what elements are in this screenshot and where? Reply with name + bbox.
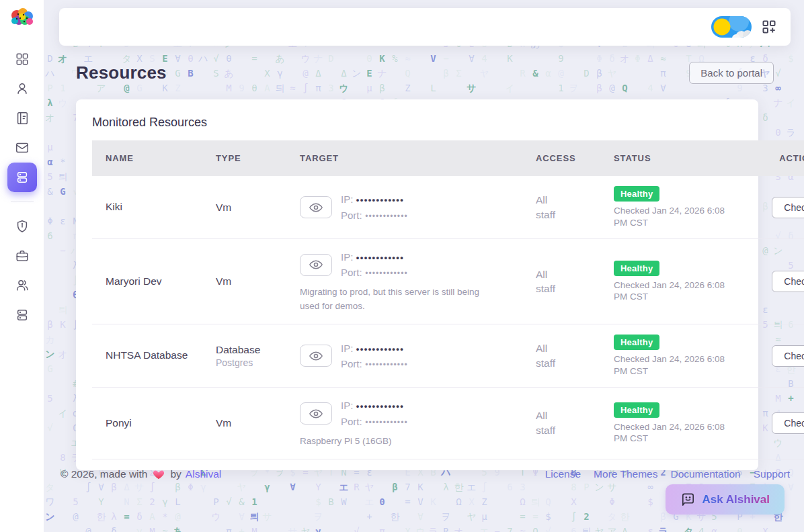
brain-logo-image — [8, 7, 36, 30]
port-masked-value: •••••••••••• — [365, 418, 408, 427]
table-body: Kiki Vm IP: •••••••••••• Port: •••••••••… — [92, 176, 804, 459]
check-button[interactable]: Check — [772, 345, 804, 367]
sidebar-item-resources[interactable] — [7, 163, 37, 192]
table-row: Maryori Dev Vm IP: •••••••••••• Port: ••… — [92, 239, 804, 324]
resource-name: Maryori Dev — [106, 275, 202, 289]
resource-note: Raspberry Pi 5 (16GB) — [300, 435, 501, 449]
resource-type: Database — [216, 344, 286, 356]
sidebar-item-dashboard[interactable] — [7, 44, 37, 74]
copyright-by: by — [170, 468, 181, 480]
sidebar-item-security[interactable] — [7, 212, 37, 241]
port-masked-value: •••••••••••• — [365, 212, 408, 221]
sidebar-item-contacts[interactable] — [7, 103, 37, 133]
footer-link-more-themes[interactable]: More Themes — [594, 468, 657, 480]
eye-icon — [309, 259, 323, 271]
ip-label: IP: — [341, 343, 353, 354]
dashboard-grid-icon — [15, 52, 30, 66]
resource-note: Migrating to prod, but this server is st… — [300, 285, 501, 314]
status-checked-time: Checked Jan 24, 2026 6:08 PM CST — [614, 279, 729, 303]
shield-icon — [15, 219, 30, 234]
copyright-text: © 2026, made with — [61, 468, 147, 480]
status-badge: Healthy — [614, 186, 659, 202]
theme-toggle[interactable] — [711, 16, 752, 38]
port-masked-value: •••••••••••• — [365, 269, 408, 278]
sidebar-item-mail[interactable] — [7, 133, 37, 163]
eye-icon — [309, 350, 323, 362]
table-header-row: NAME TYPE TARGET ACCESS STATUS ACTIONS — [92, 140, 804, 176]
column-header-actions: ACTIONS — [758, 140, 804, 176]
check-button[interactable]: Check — [772, 271, 804, 292]
card-title: Monitored Resources — [92, 116, 758, 130]
status-badge: Healthy — [614, 261, 659, 276]
table-row: Ponyi Vm IP: •••••••••••• Port: ••••••••… — [92, 388, 804, 459]
reveal-target-button[interactable] — [300, 345, 332, 367]
status-checked-time: Checked Jan 24, 2026 6:08 PM CST — [614, 205, 729, 228]
reveal-target-button[interactable] — [300, 196, 332, 218]
column-header-target: TARGET — [286, 140, 522, 176]
resource-type: Vm — [216, 275, 286, 287]
resources-table: NAME TYPE TARGET ACCESS STATUS ACTIONS K… — [92, 140, 804, 459]
column-header-type: TYPE — [202, 140, 286, 176]
database-icon — [15, 308, 30, 322]
check-button[interactable]: Check — [772, 197, 804, 218]
briefcase-icon — [15, 249, 30, 263]
eye-icon — [309, 202, 323, 214]
address-book-icon — [15, 111, 30, 126]
ip-masked-value: •••••••••••• — [356, 401, 404, 411]
status-checked-time: Checked Jan 24, 2026 6:08 PM CST — [614, 421, 729, 445]
brand-link[interactable]: Alshival — [186, 468, 221, 480]
resource-access: All staff — [536, 193, 564, 222]
footer-link-license[interactable]: License — [545, 468, 581, 480]
port-label: Port: — [341, 358, 362, 369]
sidebar-divider — [11, 202, 34, 202]
resource-name: Kiki — [106, 200, 202, 214]
table-row: Kiki Vm IP: •••••••••••• Port: •••••••••… — [92, 176, 804, 239]
ask-alshival-button[interactable]: Ask Alshival — [666, 484, 785, 515]
eye-icon — [309, 408, 323, 420]
add-widget-icon[interactable] — [762, 20, 776, 34]
heart-icon — [153, 469, 165, 480]
resource-type: Vm — [216, 417, 286, 429]
brain-logo[interactable] — [7, 5, 38, 32]
sidebar-item-profile[interactable] — [7, 74, 37, 103]
footer-link-support[interactable]: Support — [754, 468, 790, 480]
reveal-target-button[interactable] — [300, 254, 332, 276]
ip-label: IP: — [341, 251, 353, 263]
users-icon — [15, 278, 30, 293]
resource-type: Vm — [216, 202, 286, 214]
resource-type-sub: Postgres — [216, 357, 286, 368]
check-button[interactable]: Check — [772, 412, 804, 434]
column-header-status: STATUS — [600, 140, 758, 176]
sidebar-item-team[interactable] — [7, 271, 37, 300]
sidebar-nav — [7, 44, 37, 330]
resource-name: Ponyi — [106, 416, 202, 431]
footer-links: License More Themes Documentation Suppor… — [545, 468, 790, 480]
resource-access: All staff — [536, 341, 564, 370]
ip-masked-value: •••••••••••• — [356, 195, 404, 205]
reveal-target-button[interactable] — [300, 402, 332, 425]
sidebar-item-servers[interactable] — [7, 300, 37, 330]
user-icon — [15, 81, 30, 96]
sidebar-item-work[interactable] — [7, 241, 37, 271]
ip-label: IP: — [341, 193, 353, 205]
footer-link-documentation[interactable]: Documentation — [670, 468, 740, 480]
port-label: Port: — [341, 416, 362, 427]
server-icon — [15, 170, 30, 185]
monitored-resources-card: Monitored Resources NAME TYPE TARGET ACC… — [76, 99, 758, 470]
ip-masked-value: •••••••••••• — [356, 253, 404, 263]
top-navbar — [59, 8, 791, 46]
column-header-access: ACCESS — [522, 140, 600, 176]
status-badge: Healthy — [614, 335, 659, 350]
port-masked-value: •••••••••••• — [365, 360, 408, 369]
ip-label: IP: — [341, 400, 353, 411]
status-badge: Healthy — [614, 402, 659, 418]
grid-plus-icon — [762, 20, 776, 34]
sidebar — [0, 0, 44, 532]
status-checked-time: Checked Jan 24, 2026 6:08 PM CST — [614, 353, 729, 377]
page-title: Resources — [76, 62, 167, 83]
mail-icon — [15, 140, 30, 155]
ip-masked-value: •••••••••••• — [356, 344, 404, 354]
back-to-portal-button[interactable]: Back to portal — [689, 62, 774, 84]
port-label: Port: — [341, 267, 362, 278]
port-label: Port: — [341, 210, 362, 221]
